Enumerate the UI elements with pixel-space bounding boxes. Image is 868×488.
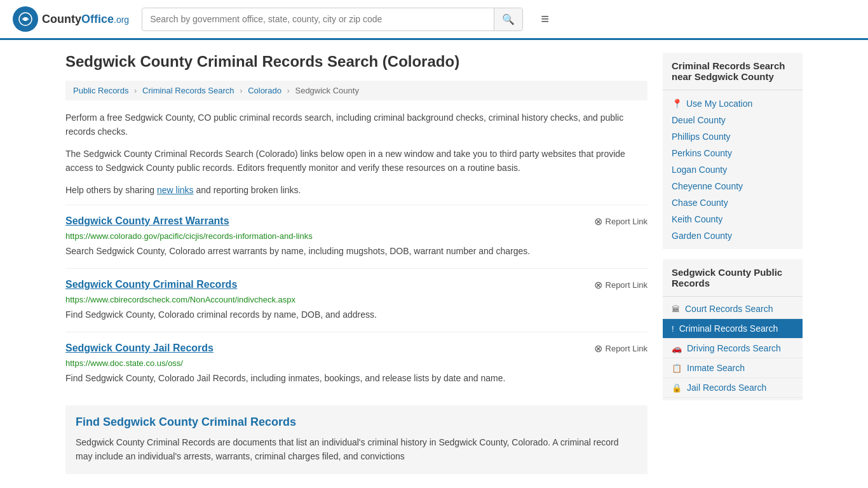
record-url-1: https://www.cbirecordscheck.com/NonAccou…: [65, 295, 648, 304]
nearby-county-link-4[interactable]: Cheyenne County: [672, 181, 743, 191]
record-url-2: https://www.doc.state.co.us/oss/: [65, 358, 648, 368]
nearby-box: Criminal Records Search near Sedgwick Co…: [663, 53, 803, 249]
record-header-2: Sedgwick County Jail Records ⊗ Report Li…: [65, 342, 648, 355]
record-url-0: https://www.colorado.gov/pacific/cicjis/…: [65, 231, 648, 241]
nearby-county-0[interactable]: Deuel County: [663, 112, 803, 128]
record-desc-1: Find Sedgwick County, Colorado criminal …: [65, 308, 648, 322]
nearby-county-link-7[interactable]: Garden County: [672, 231, 732, 241]
record-section-2: Sedgwick County Jail Records ⊗ Report Li…: [65, 332, 648, 395]
public-link-item-4[interactable]: 🔒 Jail Records Search: [663, 378, 803, 398]
breadcrumb-sep-1: ›: [134, 86, 137, 95]
search-icon: 🔍: [502, 14, 515, 25]
public-link-2[interactable]: Driving Records Search: [687, 343, 781, 353]
pub-icon-4: 🔒: [672, 383, 682, 393]
main-content: Sedgwick County Criminal Records Search …: [65, 53, 648, 474]
nearby-county-link-1[interactable]: Phillips County: [672, 132, 731, 142]
records-container: Sedgwick County Arrest Warrants ⊗ Report…: [65, 205, 648, 395]
site-header: CountyOffice.org 🔍 ≡: [0, 0, 868, 40]
report-link-btn-2[interactable]: ⊗ Report Link: [594, 342, 648, 355]
logo-text: CountyOffice.org: [42, 13, 129, 26]
page-title: Sedgwick County Criminal Records Search …: [65, 53, 648, 71]
desc3-prefix: Help others by sharing: [65, 185, 157, 195]
record-title-0[interactable]: Sedgwick County Arrest Warrants: [65, 215, 229, 227]
description-2: The Sedgwick County Criminal Records Sea…: [65, 147, 648, 175]
desc3-suffix: and reporting broken links.: [194, 185, 301, 195]
pub-icon-2: 🚗: [672, 344, 682, 353]
record-desc-2: Find Sedgwick County, Colorado Jail Reco…: [65, 372, 648, 385]
record-title-1[interactable]: Sedgwick County Criminal Records: [65, 279, 237, 290]
report-icon-1: ⊗: [594, 279, 602, 291]
public-records-title: Sedgwick County Public Records: [663, 259, 803, 297]
nearby-title: Criminal Records Search near Sedgwick Co…: [663, 53, 803, 90]
nearby-county-5[interactable]: Chase County: [663, 194, 803, 211]
nearby-county-2[interactable]: Perkins County: [663, 145, 803, 161]
record-section-1: Sedgwick County Criminal Records ⊗ Repor…: [65, 268, 648, 332]
menu-icon: ≡: [541, 11, 549, 27]
report-icon-2: ⊗: [594, 342, 602, 355]
record-title-2[interactable]: Sedgwick County Jail Records: [65, 342, 214, 354]
breadcrumb-sep-3: ›: [287, 86, 290, 95]
record-desc-0: Search Sedgwick County, Colorado arrest …: [65, 245, 648, 258]
public-link-item-2[interactable]: 🚗 Driving Records Search: [663, 339, 803, 358]
find-section: Find Sedgwick County Criminal Records Se…: [65, 405, 648, 474]
breadcrumb-current: Sedgwick County: [295, 86, 358, 95]
nearby-county-link-5[interactable]: Chase County: [672, 198, 728, 208]
breadcrumb-public-records[interactable]: Public Records: [73, 86, 128, 95]
report-link-label-0: Report Link: [606, 217, 648, 226]
public-link-0[interactable]: Court Records Search: [685, 304, 773, 314]
nearby-county-link-0[interactable]: Deuel County: [672, 115, 726, 125]
description-1: Perform a free Sedgwick County, CO publi…: [65, 111, 648, 139]
svg-point-1: [24, 17, 27, 21]
find-desc: Sedgwick County Criminal Records are doc…: [76, 435, 637, 464]
page-container: Sedgwick County Criminal Records Search …: [53, 40, 815, 487]
logo-icon: [13, 6, 38, 32]
search-input[interactable]: [142, 9, 494, 29]
public-records-box: Sedgwick County Public Records 🏛 Court R…: [663, 259, 803, 400]
report-link-btn-0[interactable]: ⊗ Report Link: [594, 215, 648, 227]
breadcrumb-sep-2: ›: [240, 86, 242, 95]
report-link-btn-1[interactable]: ⊗ Report Link: [594, 279, 648, 291]
report-link-label-1: Report Link: [606, 280, 648, 290]
location-icon: 📍: [672, 98, 682, 109]
find-title: Find Sedgwick County Criminal Records: [76, 416, 637, 429]
sidebar: Criminal Records Search near Sedgwick Co…: [663, 53, 803, 474]
logo-link[interactable]: CountyOffice.org: [13, 6, 129, 32]
public-link-1[interactable]: Criminal Records Search: [679, 323, 778, 334]
use-my-location-item[interactable]: 📍 Use My Location: [663, 95, 803, 112]
breadcrumb-colorado[interactable]: Colorado: [248, 86, 281, 95]
search-button[interactable]: 🔍: [494, 8, 522, 30]
record-section-0: Sedgwick County Arrest Warrants ⊗ Report…: [65, 205, 648, 268]
record-header-1: Sedgwick County Criminal Records ⊗ Repor…: [65, 279, 648, 291]
hamburger-button[interactable]: ≡: [536, 8, 554, 30]
breadcrumb: Public Records › Criminal Records Search…: [65, 81, 648, 100]
nearby-county-3[interactable]: Logan County: [663, 161, 803, 178]
pub-icon-0: 🏛: [672, 304, 680, 314]
nearby-county-6[interactable]: Keith County: [663, 211, 803, 227]
nearby-county-7[interactable]: Garden County: [663, 227, 803, 244]
description-3: Help others by sharing new links and rep…: [65, 183, 648, 197]
nearby-county-1[interactable]: Phillips County: [663, 128, 803, 145]
new-links-link[interactable]: new links: [157, 185, 194, 195]
public-link-3[interactable]: Inmate Search: [687, 363, 745, 373]
public-link-item-1[interactable]: ! Criminal Records Search: [663, 319, 803, 339]
public-link-item-3[interactable]: 📋 Inmate Search: [663, 358, 803, 378]
public-link-4[interactable]: Jail Records Search: [687, 383, 766, 393]
public-link-item-0[interactable]: 🏛 Court Records Search: [663, 299, 803, 319]
report-link-label-2: Report Link: [606, 344, 648, 353]
pub-icon-1: !: [672, 324, 674, 334]
report-icon-0: ⊗: [594, 215, 602, 227]
search-bar: 🔍: [142, 8, 523, 31]
nearby-county-link-2[interactable]: Perkins County: [672, 148, 732, 158]
breadcrumb-criminal-records[interactable]: Criminal Records Search: [142, 86, 234, 95]
record-header-0: Sedgwick County Arrest Warrants ⊗ Report…: [65, 215, 648, 227]
nearby-list: 📍 Use My Location Deuel CountyPhillips C…: [663, 90, 803, 249]
nearby-county-link-6[interactable]: Keith County: [672, 214, 722, 224]
public-list: 🏛 Court Records Search ! Criminal Record…: [663, 297, 803, 400]
use-my-location-link[interactable]: Use My Location: [686, 98, 752, 109]
nearby-county-4[interactable]: Cheyenne County: [663, 178, 803, 194]
nearby-county-link-3[interactable]: Logan County: [672, 165, 727, 175]
pub-icon-3: 📋: [672, 363, 682, 373]
